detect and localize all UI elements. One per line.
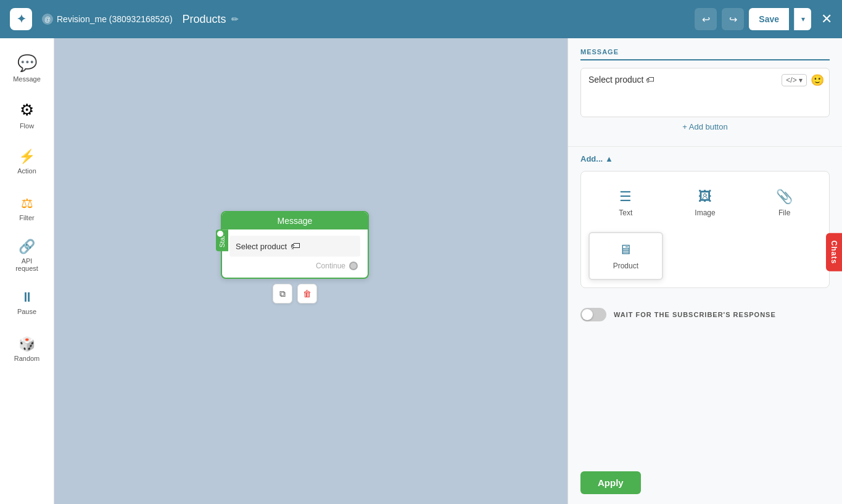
header-left: ✦ @ Revision_me (380932168526) Products … [10, 8, 239, 30]
product-icon: 🖥 [619, 242, 632, 258]
sidebar-item-label-message: Message [13, 75, 41, 83]
node-message-text: Select product 🏷 [229, 236, 360, 257]
image-icon: 🖼 [698, 189, 712, 205]
account-icon: @ [42, 14, 53, 25]
flow-canvas[interactable]: Start Message Select product 🏷 Continue … [54, 38, 568, 504]
sidebar-item-filter[interactable]: ⚖ Filter [5, 186, 49, 231]
file-label: File [778, 209, 790, 217]
edit-title-icon[interactable]: ✏ [231, 14, 239, 24]
random-icon: 🎲 [19, 336, 35, 352]
copy-node-button[interactable]: ⧉ [273, 284, 292, 304]
chats-tab[interactable]: Chats [826, 233, 842, 271]
apply-button[interactable]: Apply [580, 471, 641, 494]
node-actions: ⧉ 🗑 [273, 284, 317, 304]
add-section: Add... ▲ ☰ Text 🖼 Image 📎 File 🖥 [568, 147, 842, 298]
wait-section: WAIT FOR THE SUBSCRIBER'S RESPONSE [568, 298, 842, 331]
account-name: Revision_me (380932168526) [57, 14, 173, 24]
sidebar-item-pause[interactable]: ⏸ Pause [5, 280, 49, 324]
continue-connector[interactable] [349, 262, 358, 270]
connector-dot-input [216, 229, 225, 238]
sidebar-item-label-filter: Filter [19, 214, 34, 221]
message-panel-section: MESSAGE Select product 🏷 </> ▾ 🙂 + Add b… [568, 38, 842, 147]
spacer [568, 331, 842, 461]
message-icon: 💬 [17, 54, 37, 73]
add-items-grid: ☰ Text 🖼 Image 📎 File 🖥 Product [580, 171, 830, 288]
page-title: Products ✏ [183, 13, 239, 26]
action-icon: ⚡ [19, 149, 35, 165]
flow-node-wrapper: Start Message Select product 🏷 Continue … [221, 211, 369, 279]
toggle-knob [582, 309, 593, 320]
main-layout: 💬 Message ⚙ Flow ⚡ Action ⚖ Filter 🔗 API… [0, 38, 842, 504]
sidebar-item-random[interactable]: 🎲 Random [5, 327, 49, 371]
add-chevron-icon: ▲ [605, 154, 613, 163]
node-continue: Continue [229, 257, 360, 273]
sidebar-item-label-flow: Flow [20, 122, 34, 130]
undo-button[interactable]: ↩ [695, 8, 717, 30]
app-logo: ✦ [10, 8, 32, 30]
filter-icon: ⚖ [21, 196, 33, 212]
sidebar-item-label-random: Random [14, 355, 40, 362]
save-dropdown-button[interactable]: ▾ [794, 8, 811, 30]
right-panel: MESSAGE Select product 🏷 </> ▾ 🙂 + Add b… [568, 38, 842, 504]
text-label: Text [619, 209, 632, 217]
message-section-title: MESSAGE [580, 48, 830, 60]
wait-label: WAIT FOR THE SUBSCRIBER'S RESPONSE [614, 311, 776, 318]
file-icon: 📎 [776, 189, 793, 205]
redo-button[interactable]: ↪ [722, 8, 744, 30]
pause-icon: ⏸ [20, 289, 34, 305]
product-label: Product [613, 262, 638, 270]
sidebar-item-label-action: Action [17, 167, 36, 175]
add-item-text[interactable]: ☰ Text [588, 179, 663, 227]
add-section-title: Add... ▲ [580, 154, 830, 163]
sidebar-item-flow[interactable]: ⚙ Flow [5, 93, 49, 137]
apply-section: Apply [568, 461, 842, 504]
variable-button[interactable]: </> ▾ [782, 74, 807, 86]
flow-icon: ⚙ [20, 101, 34, 120]
sidebar-item-action[interactable]: ⚡ Action [5, 139, 49, 184]
sidebar-item-api[interactable]: 🔗 API request [5, 233, 49, 278]
header-right: ↩ ↪ Save ▾ ✕ [695, 8, 832, 30]
add-item-file[interactable]: 📎 File [747, 179, 822, 227]
add-item-image[interactable]: 🖼 Image [668, 179, 743, 227]
node-header: Message [222, 212, 368, 229]
add-item-product[interactable]: 🖥 Product [588, 232, 663, 280]
message-input-wrapper: Select product 🏷 </> ▾ 🙂 [580, 68, 830, 117]
text-icon: ☰ [619, 189, 632, 205]
header: ✦ @ Revision_me (380932168526) Products … [0, 0, 842, 38]
image-label: Image [695, 209, 715, 217]
sidebar-item-message[interactable]: 💬 Message [5, 46, 49, 90]
sidebar-item-label-pause: Pause [17, 308, 36, 315]
message-toolbar: </> ▾ 🙂 [782, 73, 824, 87]
sidebar-item-label-api: API request [10, 257, 44, 272]
save-button[interactable]: Save [749, 8, 789, 30]
message-node[interactable]: Message Select product 🏷 Continue [221, 211, 369, 279]
api-icon: 🔗 [19, 239, 35, 255]
add-button-link[interactable]: + Add button [580, 117, 830, 136]
left-sidebar: 💬 Message ⚙ Flow ⚡ Action ⚖ Filter 🔗 API… [0, 38, 54, 504]
account-info: @ Revision_me (380932168526) [42, 14, 173, 25]
node-body: Select product 🏷 Continue [222, 229, 368, 278]
close-button[interactable]: ✕ [821, 11, 832, 27]
delete-node-button[interactable]: 🗑 [297, 284, 317, 304]
emoji-button[interactable]: 🙂 [811, 73, 824, 87]
wait-toggle[interactable] [580, 308, 606, 321]
node-tag-icon: 🏷 [291, 241, 300, 252]
